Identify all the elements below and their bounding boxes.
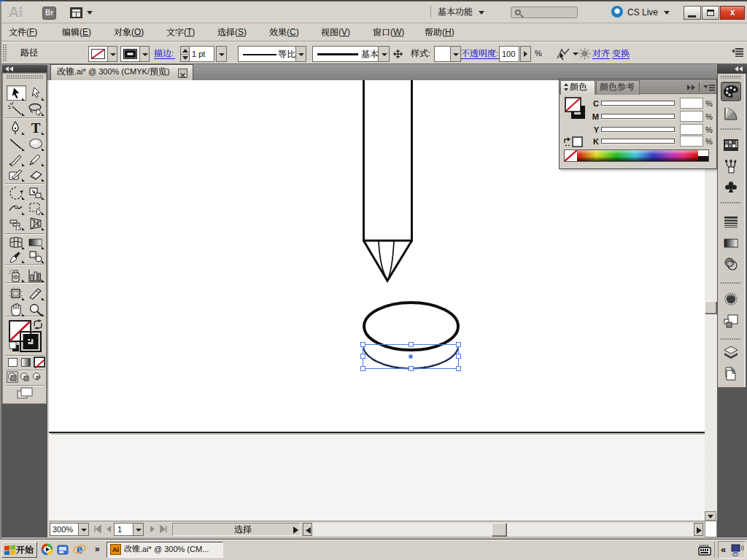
svg-text:e: e (77, 542, 82, 556)
svg-text:T: T (31, 121, 41, 135)
